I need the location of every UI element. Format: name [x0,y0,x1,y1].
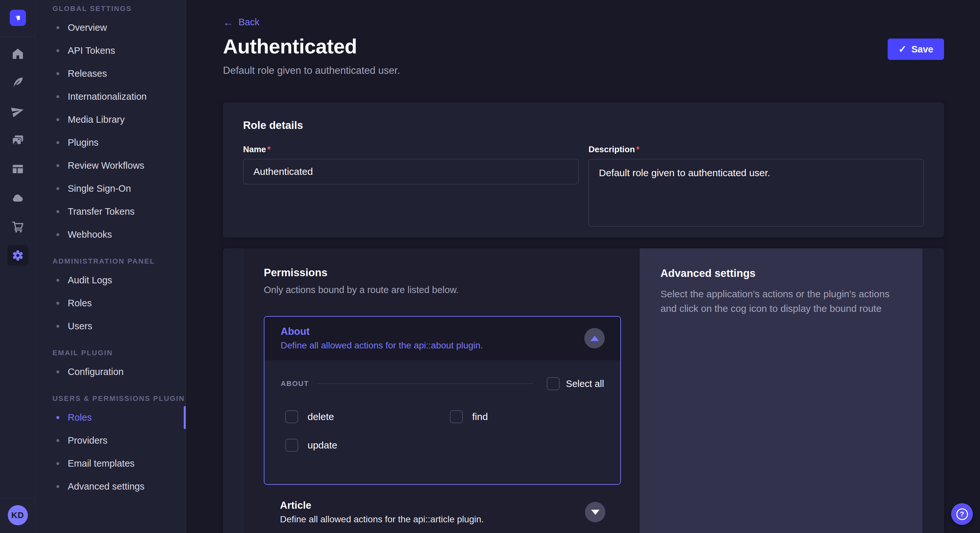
rail-divider [0,36,36,37]
bullet-icon [56,416,59,419]
sidebar-section-administration-panel: ADMINISTRATION PANEL Audit Logs Roles Us… [36,257,186,338]
main-content: ← Back Authenticated ✓ Save Default role… [186,0,980,533]
bullet-icon [56,302,59,305]
section-label: USERS & PERMISSIONS PLUGIN [52,394,186,403]
find-checkbox[interactable] [450,410,463,423]
home-icon[interactable] [8,43,28,64]
bullet-icon [56,485,59,488]
sidebar-item-webhooks[interactable]: Webhooks [36,223,186,246]
sidebar-item-single-sign-on[interactable]: Single Sign-On [36,177,186,200]
sidebar-item-admin-users[interactable]: Users [36,315,186,338]
sidebar-item-media-library[interactable]: Media Library [36,108,186,131]
accordion-about-header[interactable]: About Define all allowed actions for the… [264,317,620,360]
sidebar-item-up-roles[interactable]: Roles [36,406,186,429]
sidebar-item-internationalization[interactable]: Internationalization [36,85,186,108]
chevron-up-icon [590,336,599,341]
sidebar-item-review-workflows[interactable]: Review Workflows [36,154,186,177]
cloud-icon[interactable] [8,187,28,208]
sidebar-item-overview[interactable]: Overview [36,16,186,39]
sidebar-item-email-templates[interactable]: Email templates [36,452,186,475]
role-details-card: Role details Name* Description* Default … [223,102,944,237]
section-label: GLOBAL SETTINGS [52,5,186,13]
settings-gear-icon[interactable] [8,245,28,266]
strapi-settings-screen: KD GLOBAL SETTINGS Overview API Tokens R… [0,0,980,533]
sidebar-item-audit-logs[interactable]: Audit Logs [36,269,186,292]
paper-plane-icon[interactable] [8,101,28,122]
help-question-icon: ? [956,508,968,520]
bullet-icon [56,95,59,98]
sidebar-item-releases[interactable]: Releases [36,62,186,85]
permissions-section-card: Permissions Only actions bound by a rout… [223,248,944,533]
name-label: Name* [243,144,579,154]
bullet-icon [56,164,59,167]
bullet-icon [56,370,59,373]
bullet-icon [56,187,59,190]
sidebar-item-advanced-settings[interactable]: Advanced settings [36,475,186,498]
help-button[interactable]: ? [951,503,973,525]
bullet-icon [56,325,59,328]
check-icon: ✓ [898,44,907,54]
sidebar-item-plugins[interactable]: Plugins [36,131,186,154]
permission-delete[interactable]: delete [285,410,450,423]
about-actions-grid: delete find update [285,410,604,452]
media-library-icon[interactable] [8,130,28,151]
bullet-icon [56,72,59,75]
expand-article-button[interactable] [585,502,605,522]
marketplace-cart-icon[interactable] [8,216,28,237]
select-all-checkbox[interactable] [547,377,560,390]
rail-nav [8,43,28,274]
bullet-icon [56,233,59,236]
feather-icon[interactable] [8,72,28,93]
bullet-icon [56,439,59,442]
page-title: Authenticated [223,35,357,58]
accordion-about-title: About [281,326,483,338]
sidebar-item-transfer-tokens[interactable]: Transfer Tokens [36,200,186,223]
delete-checkbox[interactable] [285,410,298,423]
chevron-down-icon [591,510,600,515]
bullet-icon [56,118,59,121]
about-group-label: ABOUT [281,379,309,388]
permission-find[interactable]: find [450,410,614,423]
accordion-about: About Define all allowed actions for the… [264,316,621,485]
description-textarea[interactable]: Default role given to authenticated user… [589,159,924,226]
required-asterisk: * [267,144,270,154]
strapi-logo[interactable] [10,10,26,26]
sidebar-item-api-tokens[interactable]: API Tokens [36,39,186,62]
bullet-icon [56,26,59,29]
user-avatar[interactable]: KD [8,505,28,525]
role-details-heading: Role details [243,119,924,132]
description-field-group: Description* Default role given to authe… [589,144,924,228]
icon-rail: KD [0,0,36,533]
group-divider [317,383,534,384]
sidebar-item-providers[interactable]: Providers [36,429,186,452]
accordion-article-title: Article [280,500,484,511]
sidebar-section-global-settings: GLOBAL SETTINGS Overview API Tokens Rele… [36,5,186,246]
sidebar-item-admin-roles[interactable]: Roles [36,292,186,315]
required-asterisk: * [636,144,640,154]
back-link[interactable]: ← Back [223,17,259,27]
accordion-article-description: Define all allowed actions for the api::… [280,514,484,525]
permissions-heading: Permissions [264,266,621,279]
layout-icon[interactable] [8,159,28,179]
back-label: Back [239,17,259,27]
bullet-icon [56,279,59,282]
permissions-panel: Permissions Only actions bound by a rout… [244,248,640,533]
select-all-control[interactable]: Select all [547,377,604,390]
permission-update[interactable]: update [285,439,450,452]
save-button[interactable]: ✓ Save [888,38,944,60]
name-field-group: Name* [243,144,579,228]
collapse-about-button[interactable] [584,328,605,348]
sidebar-item-email-configuration[interactable]: Configuration [36,360,186,383]
accordion-article-header[interactable]: Article Define all allowed actions for t… [264,500,621,525]
bullet-icon [56,210,59,213]
section-label: EMAIL PLUGIN [52,349,186,357]
rail-bottom-divider [0,498,36,499]
sidebar-section-users-permissions-plugin: USERS & PERMISSIONS PLUGIN Roles Provide… [36,394,186,498]
accordion-about-description: Define all allowed actions for the api::… [281,340,483,351]
update-checkbox[interactable] [285,439,298,452]
section-label: ADMINISTRATION PANEL [52,257,186,265]
description-label: Description* [589,144,924,154]
back-arrow-icon: ← [223,17,233,27]
name-input[interactable] [243,159,579,184]
sidebar-section-email-plugin: EMAIL PLUGIN Configuration [36,349,186,383]
